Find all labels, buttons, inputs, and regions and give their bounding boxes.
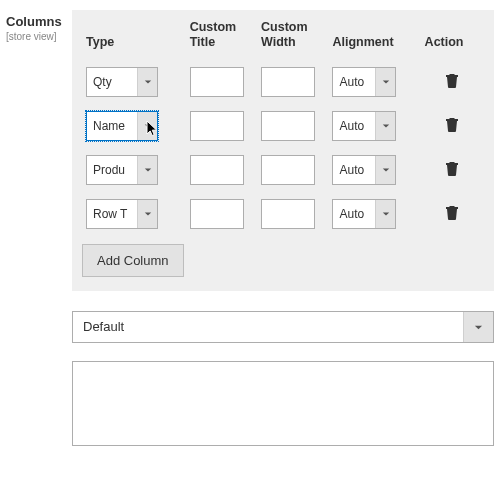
header-action: Action	[421, 18, 484, 60]
delete-row-button[interactable]	[443, 205, 461, 223]
custom-width-input[interactable]	[261, 111, 315, 141]
chevron-down-icon	[137, 112, 157, 140]
alignment-select[interactable]: Auto	[332, 111, 396, 141]
type-select[interactable]: Row T	[86, 199, 158, 229]
table-row: Produ Auto	[82, 148, 484, 192]
table-row: Qty Auto	[82, 60, 484, 104]
trash-icon	[445, 160, 459, 179]
type-select-value: Name	[87, 112, 137, 140]
chevron-down-icon	[137, 68, 157, 96]
alignment-select-value: Auto	[333, 156, 375, 184]
type-select-value: Row T	[87, 200, 137, 228]
alignment-select-value: Auto	[333, 200, 375, 228]
custom-title-input[interactable]	[190, 199, 244, 229]
chevron-down-icon	[375, 68, 395, 96]
header-alignment: Alignment	[328, 18, 420, 60]
chevron-down-icon	[375, 156, 395, 184]
alignment-select-value: Auto	[333, 68, 375, 96]
template-select-value: Default	[73, 312, 463, 342]
alignment-select[interactable]: Auto	[332, 67, 396, 97]
type-select[interactable]: Name	[86, 111, 158, 141]
add-column-button[interactable]: Add Column	[82, 244, 184, 277]
template-textarea[interactable]	[72, 361, 494, 446]
trash-icon	[445, 116, 459, 135]
custom-title-input[interactable]	[190, 67, 244, 97]
chevron-down-icon	[375, 200, 395, 228]
delete-row-button[interactable]	[443, 161, 461, 179]
custom-width-input[interactable]	[261, 199, 315, 229]
delete-row-button[interactable]	[443, 117, 461, 135]
custom-title-input[interactable]	[190, 155, 244, 185]
template-select[interactable]: Default	[72, 311, 494, 343]
custom-width-input[interactable]	[261, 67, 315, 97]
table-row: Row T Auto	[82, 192, 484, 236]
header-custom-title: Custom Title	[186, 18, 257, 60]
header-type: Type	[82, 18, 186, 60]
type-select-value: Produ	[87, 156, 137, 184]
custom-width-input[interactable]	[261, 155, 315, 185]
add-column-label: Add Column	[97, 253, 169, 268]
alignment-select-value: Auto	[333, 112, 375, 140]
type-select[interactable]: Produ	[86, 155, 158, 185]
trash-icon	[445, 72, 459, 91]
custom-title-input[interactable]	[190, 111, 244, 141]
chevron-down-icon	[375, 112, 395, 140]
chevron-down-icon	[137, 156, 157, 184]
table-row: Name Auto	[82, 104, 484, 148]
field-label: Columns [store view]	[6, 10, 72, 291]
trash-icon	[445, 204, 459, 223]
header-custom-width: Custom Width	[257, 18, 328, 60]
scope-label: [store view]	[6, 31, 72, 42]
chevron-down-icon	[137, 200, 157, 228]
alignment-select[interactable]: Auto	[332, 155, 396, 185]
chevron-down-icon	[463, 312, 493, 342]
alignment-select[interactable]: Auto	[332, 199, 396, 229]
delete-row-button[interactable]	[443, 73, 461, 91]
columns-label: Columns	[6, 14, 72, 29]
type-select[interactable]: Qty	[86, 67, 158, 97]
columns-grid: Type Custom Title Custom Width Alignment…	[72, 10, 494, 291]
type-select-value: Qty	[87, 68, 137, 96]
